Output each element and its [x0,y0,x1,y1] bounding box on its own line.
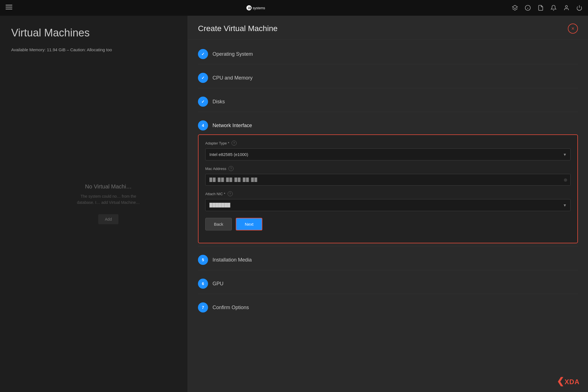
step-3-label: Disks [213,99,225,105]
step-7: 7 Confirm Options [198,298,578,316]
page-title: Virtual Machines [11,27,176,39]
svg-text:systems: systems [253,6,265,10]
brand-logo: iX systems [242,4,282,12]
mac-address-clear-icon[interactable]: ⊗ [564,177,567,183]
step-6-circle: 6 [198,279,208,289]
step-6-label: GPU [213,281,223,287]
adapter-type-field: Adapter Type * ? Intel e82585 (e1000) Vi… [205,141,571,160]
attach-nic-help-icon[interactable]: ? [228,191,233,196]
step-4-number: 4 [202,123,204,128]
adapter-type-required: * [228,141,229,145]
svg-point-10 [565,6,567,8]
no-vm-desc: The system could no… from the database. … [72,193,145,206]
step-7-number: 7 [202,305,204,310]
step-3-header[interactable]: ✓ Disks [198,93,578,111]
step-2-circle: ✓ [198,73,208,83]
step-2: ✓ CPU and Memory [198,69,578,88]
step-6-number: 6 [202,281,204,286]
xda-watermark: ❮XDA [557,376,580,386]
step-3-divider [198,112,578,112]
available-memory-label: Available Memory: [11,47,46,52]
document-icon[interactable] [538,5,544,11]
layers-icon[interactable] [512,5,518,11]
attach-nic-label: Attach NIC * [205,192,225,196]
step-4-header[interactable]: 4 Network Interface [198,116,578,134]
step-4: 4 Network Interface Adapter Type * ? [198,116,578,246]
network-interface-form: Adapter Type * ? Intel e82585 (e1000) Vi… [198,134,578,243]
mac-address-help-icon[interactable]: ? [228,166,234,171]
step-2-divider [198,88,578,88]
info-icon[interactable] [525,5,531,11]
mac-address-input[interactable] [205,174,571,186]
xda-bracket-open: ❮ [557,376,564,386]
adapter-type-select-wrapper: Intel e82585 (e1000) VirtIO Realtek RTL8… [205,148,571,160]
no-vm-section: No Virtual Machi… The system could no… f… [72,183,145,224]
close-button[interactable]: × [568,24,578,34]
back-button[interactable]: Back [205,218,232,230]
step-5-number: 5 [202,258,204,262]
step-4-buttons: Back Next [205,218,571,230]
available-memory: Available Memory: 11.94 GiB – Caution: A… [11,47,176,52]
attach-nic-select-wrapper: ███████ eth1 em0 ▼ [205,199,571,211]
step-5-divider [198,270,578,270]
step-5-circle: 5 [198,255,208,265]
mac-address-input-wrapper: ⊗ [205,174,571,186]
attach-nic-select[interactable]: ███████ eth1 em0 [205,199,571,211]
step-1-circle: ✓ [198,49,208,59]
user-icon[interactable] [563,5,570,11]
adapter-type-help-icon[interactable]: ? [232,141,237,146]
no-vm-title: No Virtual Machi… [72,183,145,190]
step-4-divider [198,246,578,246]
check-icon-1: ✓ [201,52,205,56]
xda-text: XDA [564,378,580,386]
dialog-header: Create Virtual Machine × [188,16,588,39]
step-1: ✓ Operating System [198,45,578,64]
dialog-title: Create Virtual Machine [198,24,277,33]
check-icon-3: ✓ [201,99,205,104]
step-6: 6 GPU [198,275,578,294]
create-vm-dialog: Create Virtual Machine × ✓ Operating Sys… [188,16,588,392]
topbar: iX systems [0,0,588,16]
power-icon[interactable] [576,5,582,11]
step-7-header[interactable]: 7 Confirm Options [198,298,578,316]
topbar-right [512,5,582,11]
next-button[interactable]: Next [236,218,262,230]
step-4-label: Network Interface [213,123,252,129]
available-memory-value: 11.94 GiB – Caution: Allocating too [47,47,112,52]
step-5-label: Installation Media [213,257,252,263]
attach-nic-field: Attach NIC * ? ███████ eth1 em0 ▼ [205,191,571,211]
adapter-type-select[interactable]: Intel e82585 (e1000) VirtIO Realtek RTL8… [205,148,571,160]
step-1-label: Operating System [213,51,253,57]
step-5-header[interactable]: 5 Installation Media [198,251,578,269]
attach-nic-required: * [224,192,225,196]
step-7-label: Confirm Options [213,305,249,311]
step-6-divider [198,294,578,294]
adapter-type-label-row: Adapter Type * ? [205,141,571,146]
mac-address-label-row: Mac Address ? [205,166,571,171]
mac-address-field: Mac Address ? ⊗ [205,166,571,186]
bell-icon[interactable] [550,5,557,11]
step-7-circle: 7 [198,302,208,312]
svg-marker-6 [512,5,517,9]
step-4-circle: 4 [198,120,208,130]
svg-rect-1 [6,7,12,8]
add-vm-button[interactable]: Add [98,214,119,224]
close-icon: × [571,26,575,32]
step-3: ✓ Disks [198,93,578,112]
mac-address-label: Mac Address [205,167,226,171]
main-area: Virtual Machines Available Memory: 11.94… [0,16,588,392]
svg-text:iX: iX [248,6,251,10]
step-6-header[interactable]: 6 GPU [198,275,578,293]
step-1-header[interactable]: ✓ Operating System [198,45,578,63]
menu-icon[interactable] [6,4,12,12]
step-3-circle: ✓ [198,97,208,107]
step-2-label: CPU and Memory [213,75,253,81]
attach-nic-label-row: Attach NIC * ? [205,191,571,196]
step-5: 5 Installation Media [198,251,578,270]
background-panel: Virtual Machines Available Memory: 11.94… [0,16,188,392]
step-1-divider [198,64,578,64]
svg-rect-0 [6,5,12,6]
adapter-type-label: Adapter Type * [205,141,229,145]
step-2-header[interactable]: ✓ CPU and Memory [198,69,578,87]
check-icon-2: ✓ [201,76,205,80]
